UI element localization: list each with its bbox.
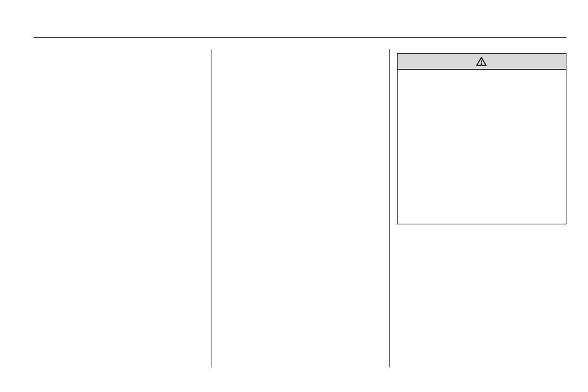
svg-point-1	[481, 63, 482, 64]
column-right	[390, 49, 566, 367]
warning-triangle-icon	[476, 56, 487, 67]
warning-header	[398, 54, 566, 70]
warning-box	[397, 53, 566, 224]
column-left	[34, 49, 211, 367]
horizontal-rule	[34, 37, 566, 38]
warning-body	[398, 70, 566, 224]
column-middle	[211, 49, 388, 367]
page-columns	[34, 49, 566, 367]
